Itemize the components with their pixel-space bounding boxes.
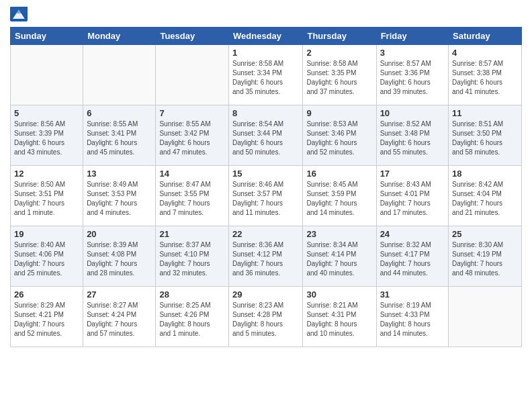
- calendar-cell: 3Sunrise: 8:57 AM Sunset: 3:36 PM Daylig…: [376, 45, 448, 105]
- day-info: Sunrise: 8:57 AM Sunset: 3:38 PM Dayligh…: [452, 59, 518, 97]
- day-info: Sunrise: 8:46 AM Sunset: 3:57 PM Dayligh…: [232, 180, 299, 218]
- day-info: Sunrise: 8:36 AM Sunset: 4:12 PM Dayligh…: [232, 240, 299, 278]
- calendar-cell: [11, 45, 83, 105]
- day-number: 25: [452, 229, 518, 239]
- calendar-cell: 26Sunrise: 8:29 AM Sunset: 4:21 PM Dayli…: [11, 287, 83, 347]
- calendar-cell: [83, 45, 156, 105]
- day-info: Sunrise: 8:57 AM Sunset: 3:36 PM Dayligh…: [380, 59, 445, 97]
- day-info: Sunrise: 8:37 AM Sunset: 4:10 PM Dayligh…: [159, 240, 225, 278]
- day-number: 27: [87, 289, 152, 300]
- calendar-week-row: 26Sunrise: 8:29 AM Sunset: 4:21 PM Dayli…: [11, 287, 522, 347]
- calendar-cell: 13Sunrise: 8:49 AM Sunset: 3:53 PM Dayli…: [83, 166, 156, 226]
- calendar-cell: 14Sunrise: 8:47 AM Sunset: 3:55 PM Dayli…: [156, 166, 229, 226]
- day-number: 18: [452, 169, 518, 179]
- calendar-cell: 25Sunrise: 8:30 AM Sunset: 4:19 PM Dayli…: [449, 226, 522, 287]
- calendar-cell: 17Sunrise: 8:43 AM Sunset: 4:01 PM Dayli…: [376, 166, 448, 226]
- day-info: Sunrise: 8:53 AM Sunset: 3:46 PM Dayligh…: [306, 120, 372, 157]
- weekday-header-friday: Friday: [376, 28, 448, 45]
- day-number: 2: [306, 48, 372, 58]
- calendar-cell: 8Sunrise: 8:54 AM Sunset: 3:44 PM Daylig…: [229, 105, 303, 166]
- day-number: 4: [452, 48, 518, 58]
- calendar-header-row: SundayMondayTuesdayWednesdayThursdayFrid…: [11, 28, 522, 45]
- day-info: Sunrise: 8:42 AM Sunset: 4:04 PM Dayligh…: [452, 180, 518, 218]
- day-info: Sunrise: 8:58 AM Sunset: 3:35 PM Dayligh…: [306, 59, 372, 97]
- day-number: 20: [87, 229, 152, 239]
- day-info: Sunrise: 8:30 AM Sunset: 4:19 PM Dayligh…: [452, 240, 518, 278]
- calendar-cell: 20Sunrise: 8:39 AM Sunset: 4:08 PM Dayli…: [83, 226, 156, 287]
- day-info: Sunrise: 8:27 AM Sunset: 4:24 PM Dayligh…: [87, 301, 152, 338]
- calendar-cell: 9Sunrise: 8:53 AM Sunset: 3:46 PM Daylig…: [303, 105, 376, 166]
- calendar-cell: 27Sunrise: 8:27 AM Sunset: 4:24 PM Dayli…: [83, 287, 156, 347]
- day-number: 16: [306, 169, 372, 179]
- weekday-header-sunday: Sunday: [11, 28, 83, 45]
- calendar-table: SundayMondayTuesdayWednesdayThursdayFrid…: [10, 27, 522, 347]
- day-number: 10: [380, 108, 445, 118]
- day-info: Sunrise: 8:45 AM Sunset: 3:59 PM Dayligh…: [306, 180, 372, 218]
- day-number: 6: [87, 108, 152, 118]
- calendar-cell: 10Sunrise: 8:52 AM Sunset: 3:48 PM Dayli…: [376, 105, 448, 166]
- header: [10, 7, 522, 21]
- day-number: 17: [380, 169, 445, 179]
- calendar-cell: 12Sunrise: 8:50 AM Sunset: 3:51 PM Dayli…: [11, 166, 83, 226]
- day-number: 28: [159, 289, 225, 300]
- calendar-cell: 7Sunrise: 8:55 AM Sunset: 3:42 PM Daylig…: [156, 105, 229, 166]
- weekday-header-tuesday: Tuesday: [156, 28, 229, 45]
- calendar-cell: 6Sunrise: 8:55 AM Sunset: 3:41 PM Daylig…: [83, 105, 156, 166]
- day-number: 9: [306, 108, 372, 118]
- calendar-cell: 22Sunrise: 8:36 AM Sunset: 4:12 PM Dayli…: [229, 226, 303, 287]
- calendar-cell: 16Sunrise: 8:45 AM Sunset: 3:59 PM Dayli…: [303, 166, 376, 226]
- calendar-cell: 5Sunrise: 8:56 AM Sunset: 3:39 PM Daylig…: [11, 105, 83, 166]
- day-info: Sunrise: 8:54 AM Sunset: 3:44 PM Dayligh…: [232, 120, 299, 157]
- day-number: 23: [306, 229, 372, 239]
- day-number: 21: [159, 229, 225, 239]
- day-info: Sunrise: 8:19 AM Sunset: 4:33 PM Dayligh…: [380, 301, 445, 338]
- day-number: 3: [380, 48, 445, 58]
- day-info: Sunrise: 8:47 AM Sunset: 3:55 PM Dayligh…: [159, 180, 225, 218]
- calendar-cell: 19Sunrise: 8:40 AM Sunset: 4:06 PM Dayli…: [11, 226, 83, 287]
- weekday-header-monday: Monday: [83, 28, 156, 45]
- day-number: 31: [380, 289, 445, 300]
- calendar-cell: 1Sunrise: 8:58 AM Sunset: 3:34 PM Daylig…: [229, 45, 303, 105]
- logo-icon: [10, 7, 28, 21]
- day-number: 24: [380, 229, 445, 239]
- day-info: Sunrise: 8:23 AM Sunset: 4:28 PM Dayligh…: [232, 301, 299, 338]
- calendar-cell: 18Sunrise: 8:42 AM Sunset: 4:04 PM Dayli…: [449, 166, 522, 226]
- day-info: Sunrise: 8:55 AM Sunset: 3:42 PM Dayligh…: [159, 120, 225, 157]
- calendar-cell: 29Sunrise: 8:23 AM Sunset: 4:28 PM Dayli…: [229, 287, 303, 347]
- day-number: 26: [14, 289, 79, 300]
- day-number: 22: [232, 229, 299, 239]
- calendar-week-row: 1Sunrise: 8:58 AM Sunset: 3:34 PM Daylig…: [11, 45, 522, 105]
- day-info: Sunrise: 8:50 AM Sunset: 3:51 PM Dayligh…: [14, 180, 79, 218]
- day-number: 12: [14, 169, 79, 179]
- calendar-cell: [449, 287, 522, 347]
- calendar-cell: 4Sunrise: 8:57 AM Sunset: 3:38 PM Daylig…: [449, 45, 522, 105]
- calendar-cell: 31Sunrise: 8:19 AM Sunset: 4:33 PM Dayli…: [376, 287, 448, 347]
- day-info: Sunrise: 8:52 AM Sunset: 3:48 PM Dayligh…: [380, 120, 445, 157]
- day-number: 14: [159, 169, 225, 179]
- day-info: Sunrise: 8:55 AM Sunset: 3:41 PM Dayligh…: [87, 120, 152, 157]
- day-info: Sunrise: 8:58 AM Sunset: 3:34 PM Dayligh…: [232, 59, 299, 97]
- calendar-cell: 11Sunrise: 8:51 AM Sunset: 3:50 PM Dayli…: [449, 105, 522, 166]
- calendar-cell: 24Sunrise: 8:32 AM Sunset: 4:17 PM Dayli…: [376, 226, 448, 287]
- day-number: 7: [159, 108, 225, 118]
- logo: [10, 7, 30, 21]
- calendar-cell: 21Sunrise: 8:37 AM Sunset: 4:10 PM Dayli…: [156, 226, 229, 287]
- day-info: Sunrise: 8:25 AM Sunset: 4:26 PM Dayligh…: [159, 301, 225, 338]
- day-number: 11: [452, 108, 518, 118]
- day-number: 29: [232, 289, 299, 300]
- day-number: 8: [232, 108, 299, 118]
- day-info: Sunrise: 8:21 AM Sunset: 4:31 PM Dayligh…: [306, 301, 372, 338]
- weekday-header-saturday: Saturday: [449, 28, 522, 45]
- weekday-header-thursday: Thursday: [303, 28, 376, 45]
- day-info: Sunrise: 8:32 AM Sunset: 4:17 PM Dayligh…: [380, 240, 445, 278]
- calendar-week-row: 19Sunrise: 8:40 AM Sunset: 4:06 PM Dayli…: [11, 226, 522, 287]
- day-info: Sunrise: 8:39 AM Sunset: 4:08 PM Dayligh…: [87, 240, 152, 278]
- calendar-week-row: 5Sunrise: 8:56 AM Sunset: 3:39 PM Daylig…: [11, 105, 522, 166]
- day-number: 15: [232, 169, 299, 179]
- day-number: 1: [232, 48, 299, 58]
- day-number: 5: [14, 108, 79, 118]
- day-info: Sunrise: 8:34 AM Sunset: 4:14 PM Dayligh…: [306, 240, 372, 278]
- svg-rect-3: [10, 7, 28, 13]
- day-info: Sunrise: 8:40 AM Sunset: 4:06 PM Dayligh…: [14, 240, 79, 278]
- day-number: 30: [306, 289, 372, 300]
